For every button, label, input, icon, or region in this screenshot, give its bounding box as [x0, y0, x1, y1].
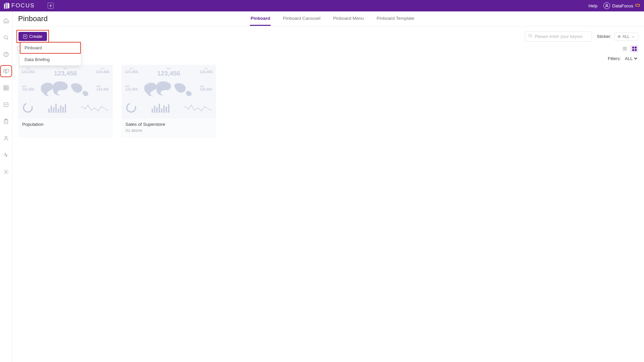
user-avatar-icon [603, 2, 610, 9]
main-content: Pinboard Pinboard Pinboard Carousel Pinb… [12, 11, 644, 362]
nav-help-icon[interactable] [1, 50, 11, 59]
filters-label: Filters: [608, 56, 621, 61]
svg-rect-1 [6, 3, 7, 9]
filters-select[interactable]: ALL [624, 56, 638, 61]
nav-pinboard-icon[interactable] [1, 66, 11, 76]
nav-search-icon[interactable] [1, 33, 11, 42]
svg-rect-17 [635, 49, 637, 51]
nav-activity-icon[interactable] [1, 150, 11, 160]
create-menu-data-briefing[interactable]: Data Briefing [20, 54, 81, 65]
svg-point-22 [94, 107, 95, 108]
left-sidebar [0, 11, 12, 362]
create-button[interactable]: + Create [18, 32, 47, 41]
card-title: Population [22, 122, 109, 127]
svg-point-12 [5, 171, 7, 173]
tab-pinboard-carousel[interactable]: Pinboard Carousel [282, 12, 321, 26]
svg-rect-6 [4, 69, 8, 72]
sticker-filter: Sticker: ALL [597, 33, 638, 41]
sparkline-icon [184, 103, 211, 113]
card-title: Sales of Superstore [125, 122, 212, 127]
crown-icon [635, 3, 640, 8]
chevron-down-icon [632, 34, 635, 39]
subbar [12, 43, 644, 54]
nav-home-icon[interactable] [1, 16, 11, 25]
svg-rect-7 [4, 86, 8, 90]
svg-rect-16 [632, 49, 634, 51]
svg-point-19 [85, 108, 86, 109]
new-tab-button[interactable] [48, 3, 54, 9]
svg-rect-14 [632, 47, 634, 49]
card-preview: KPI123,456 KPI123,456 KPI123,456 KPI123,… [18, 65, 113, 118]
topbar: FOCUS Help DataFocus [0, 0, 644, 11]
filters-row: Filters: ALL [12, 54, 644, 65]
map-icon: KPI123,456 KPI123,456 [125, 79, 213, 99]
search-input[interactable] [535, 34, 589, 39]
svg-point-3 [4, 36, 7, 39]
user-name: DataFocus [612, 3, 633, 8]
svg-point-29 [194, 109, 195, 110]
tab-pinboard[interactable]: Pinboard [250, 12, 271, 26]
svg-point-26 [184, 106, 185, 107]
svg-rect-15 [635, 47, 637, 49]
svg-point-25 [107, 109, 108, 110]
create-menu-pinboard[interactable]: Pinboard [20, 42, 81, 54]
svg-point-23 [97, 110, 98, 111]
create-button-label: Create [29, 34, 42, 39]
sticker-label: Sticker: [597, 34, 611, 39]
pinboard-card[interactable]: KPI123,456 KPI123,456 KPI123,456 KPI123,… [18, 65, 113, 138]
svg-point-28 [191, 105, 192, 106]
nav-grid-icon[interactable] [1, 83, 11, 93]
create-button-highlight: + Create [16, 30, 49, 43]
svg-point-20 [87, 105, 88, 106]
map-icon: KPI123,456 KPI123,456 [21, 79, 109, 99]
svg-point-31 [201, 110, 202, 111]
svg-point-24 [101, 106, 102, 107]
logo-icon [4, 3, 9, 9]
tabs: Pinboard Pinboard Carousel Pinboard Menu… [250, 12, 415, 26]
create-dropdown: Pinboard Data Briefing [20, 42, 81, 65]
search-box[interactable] [525, 32, 592, 42]
svg-point-30 [197, 107, 198, 108]
sticker-value: ALL [623, 34, 630, 39]
pinboard-card[interactable]: KPI123,456 KPI123,456 KPI123,456 KPI123,… [121, 65, 216, 138]
user-menu[interactable]: DataFocus [603, 2, 640, 9]
nav-clipboard-icon[interactable] [1, 117, 11, 126]
brand-logo[interactable]: FOCUS [4, 2, 35, 9]
tab-pinboard-menu[interactable]: Pinboard Menu [332, 12, 365, 26]
help-link[interactable]: Help [588, 3, 597, 8]
svg-point-5 [6, 55, 6, 56]
svg-point-27 [188, 108, 189, 109]
card-preview: KPI123,456 KPI123,456 KPI123,456 KPI123,… [121, 65, 216, 118]
search-icon [528, 34, 533, 40]
grid-view-button[interactable] [630, 45, 638, 52]
nav-settings-icon[interactable] [1, 167, 11, 176]
svg-point-13 [529, 34, 532, 37]
svg-point-2 [606, 4, 608, 6]
nav-import-icon[interactable] [1, 100, 11, 109]
sparkline-icon [81, 103, 108, 113]
svg-point-18 [81, 106, 82, 107]
page-title: Pinboard [18, 14, 48, 23]
plus-icon: + [23, 35, 27, 39]
donut-icon [21, 101, 35, 114]
donut-icon [124, 101, 138, 114]
sticker-dot-icon [618, 35, 621, 38]
sticker-select[interactable]: ALL [614, 33, 638, 41]
view-toggle [621, 45, 638, 52]
brand-text: FOCUS [11, 2, 35, 9]
bars-icon [152, 103, 169, 113]
cards-grid: KPI123,456 KPI123,456 KPI123,456 KPI123,… [12, 65, 644, 144]
card-subtitle: As above [125, 128, 212, 133]
bars-icon [48, 103, 66, 113]
svg-point-11 [5, 136, 7, 138]
tab-pinboard-template[interactable]: Pinboard Template [376, 12, 415, 26]
svg-point-33 [210, 109, 211, 110]
list-view-button[interactable] [621, 45, 629, 52]
svg-point-32 [204, 106, 205, 107]
toolbar: + Create Pinboard Data Briefing Sticker: [12, 27, 644, 43]
nav-user-icon[interactable] [1, 134, 11, 143]
header-row: Pinboard Pinboard Pinboard Carousel Pinb… [12, 11, 644, 27]
svg-rect-0 [4, 4, 5, 9]
svg-point-21 [91, 109, 92, 110]
